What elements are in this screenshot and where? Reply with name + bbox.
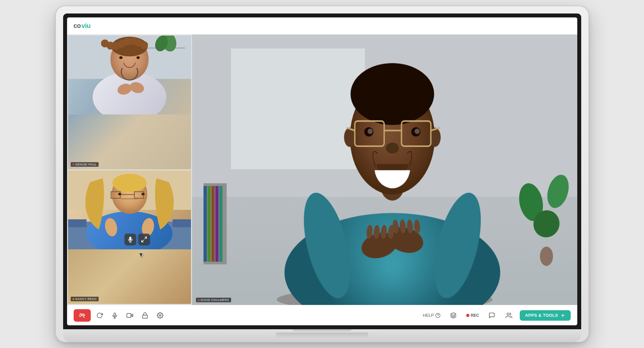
screen-content: coviu DENISE PAUL <box>67 17 577 325</box>
laptop-hinge <box>276 333 368 338</box>
lock-icon <box>142 312 148 319</box>
chat-button[interactable] <box>486 309 498 322</box>
plus-icon <box>560 313 565 318</box>
apps-tools-label: APPS & TOOLS <box>525 313 558 318</box>
help-label: HELP <box>423 313 434 318</box>
video-overlay-controls <box>124 234 150 245</box>
toolbar: HELP <box>67 305 577 325</box>
svg-marker-9 <box>131 314 133 316</box>
svg-line-4 <box>141 240 143 242</box>
settings-icon <box>157 312 163 319</box>
settings-button[interactable] <box>154 309 166 322</box>
refresh-icon <box>96 312 103 319</box>
layers-icon <box>450 312 457 319</box>
nametag-david: DAVID CHALMERS <box>196 298 231 302</box>
camera-button[interactable] <box>124 309 136 322</box>
expand-icon <box>141 236 147 243</box>
help-button[interactable]: HELP <box>421 311 442 319</box>
video-cell-nurse: NANCY RESO <box>68 170 191 304</box>
logo-co-text: co <box>74 22 81 30</box>
svg-rect-0 <box>129 237 131 240</box>
nametag-nancy-text: NANCY RESO <box>76 297 97 301</box>
logo-viu-text: viu <box>82 22 90 30</box>
svg-line-3 <box>145 237 147 239</box>
laptop-base <box>63 329 581 342</box>
refresh-button[interactable] <box>93 309 106 322</box>
mic-icon <box>127 236 133 243</box>
video-cell-doctor: DENISE PAUL <box>68 36 191 169</box>
lock-button[interactable] <box>139 309 151 322</box>
nametag-david-text: DAVID CHALMERS <box>201 298 229 302</box>
svg-marker-15 <box>451 312 456 315</box>
svg-rect-6 <box>114 313 115 316</box>
video-grid: DENISE PAUL <box>67 35 192 305</box>
video-main: DAVID CHALMERS <box>192 35 577 305</box>
status-dot-david <box>198 299 200 301</box>
app-header: coviu <box>67 17 577 35</box>
nametag-denise: DENISE PAUL <box>71 162 99 167</box>
people-icon <box>505 312 513 319</box>
rec-label: REC <box>471 313 479 318</box>
overlay-expand-button[interactable] <box>138 234 150 245</box>
overlay-mic-button[interactable] <box>124 234 136 245</box>
svg-rect-10 <box>127 313 131 317</box>
nametag-denise-text: DENISE PAUL <box>76 163 97 166</box>
people-button[interactable] <box>503 309 515 322</box>
help-circle-icon <box>435 313 441 318</box>
screen-bezel: coviu DENISE PAUL <box>63 13 581 329</box>
apps-tools-button[interactable]: APPS & TOOLS <box>520 310 570 321</box>
laptop-shell: coviu DENISE PAUL <box>56 6 588 342</box>
svg-point-12 <box>159 314 161 316</box>
phone-off-icon <box>79 312 85 318</box>
nametag-nancy: NANCY RESO <box>71 297 99 301</box>
toolbar-right: HELP <box>421 309 570 322</box>
chat-icon <box>489 312 495 319</box>
logo: coviu <box>74 22 91 30</box>
end-call-button[interactable] <box>74 309 91 322</box>
rec-dot <box>466 314 469 317</box>
camera-icon <box>127 312 133 319</box>
toolbar-left <box>74 309 166 322</box>
record-button[interactable]: REC <box>464 312 481 319</box>
microphone-button[interactable] <box>108 309 121 322</box>
layers-button[interactable] <box>447 309 460 322</box>
microphone-icon <box>111 312 118 319</box>
svg-rect-11 <box>142 315 147 318</box>
status-dot-nancy <box>73 298 74 300</box>
video-area: DENISE PAUL <box>67 35 577 305</box>
status-dot-denise <box>73 163 74 165</box>
svg-point-16 <box>507 313 510 315</box>
